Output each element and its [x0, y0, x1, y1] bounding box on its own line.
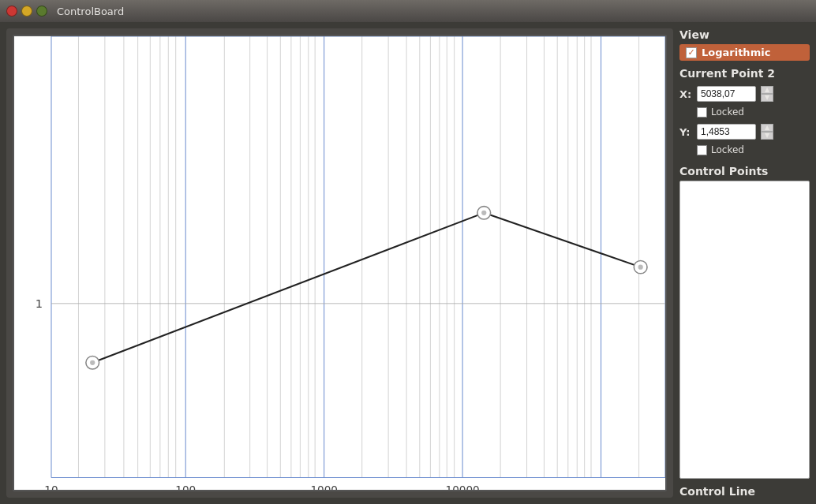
- svg-point-54: [481, 211, 486, 215]
- control-line-section: Control Line: [679, 485, 810, 498]
- view-label: View: [679, 28, 810, 41]
- chart-area[interactable]: 1 10 100 1000 10000: [13, 35, 667, 491]
- logarithmic-option[interactable]: ✓ Logarithmic: [679, 44, 810, 61]
- x-coord-row: X: ▲ ▼: [679, 86, 810, 102]
- minimize-button[interactable]: [21, 6, 32, 17]
- window-controls: [6, 6, 47, 17]
- control-points-list[interactable]: [679, 181, 810, 479]
- logarithmic-label: Logarithmic: [702, 47, 770, 58]
- x-locked-label: Locked: [711, 106, 744, 118]
- x-locked-checkbox[interactable]: [697, 107, 707, 118]
- x-increment-button[interactable]: ▲: [761, 86, 773, 94]
- svg-point-55: [638, 265, 643, 270]
- control-points-section: Control Points: [679, 165, 810, 479]
- chart-svg: 1 10 100 1000 10000: [14, 36, 665, 490]
- x-spinner: ▲ ▼: [761, 86, 773, 102]
- x-decrement-button[interactable]: ▼: [761, 94, 773, 102]
- x-input[interactable]: [697, 86, 756, 102]
- control-points-label: Control Points: [679, 165, 810, 177]
- x-locked-row: Locked: [697, 106, 810, 118]
- y-decrement-button[interactable]: ▼: [761, 132, 773, 140]
- svg-point-53: [90, 360, 95, 365]
- window-title: ControlBoard: [57, 6, 124, 17]
- y-label: Y:: [679, 126, 692, 138]
- control-line-label: Control Line: [679, 485, 810, 498]
- y-locked-label: Locked: [711, 144, 744, 155]
- x-label: X:: [679, 88, 692, 100]
- right-panel: View ✓ Logarithmic Current Point 2 X: ▲ …: [679, 28, 810, 498]
- y-coord-row: Y: ▲ ▼: [679, 124, 810, 140]
- y-locked-checkbox[interactable]: [697, 145, 707, 155]
- svg-text:10: 10: [44, 484, 58, 490]
- svg-text:10000: 10000: [446, 484, 480, 490]
- main-content: 1 10 100 1000 10000: [0, 22, 816, 504]
- chart-panel: 1 10 100 1000 10000: [6, 28, 673, 498]
- y-locked-row: Locked: [697, 144, 810, 155]
- svg-rect-0: [14, 36, 665, 490]
- svg-text:1000: 1000: [310, 484, 338, 490]
- title-bar: ControlBoard: [0, 0, 816, 22]
- view-section: View ✓ Logarithmic: [679, 28, 810, 61]
- current-point-section: Current Point 2 X: ▲ ▼ Locked Y:: [679, 67, 810, 159]
- svg-text:100: 100: [175, 484, 196, 490]
- y-input[interactable]: [697, 124, 756, 140]
- logarithmic-checkbox-icon: ✓: [686, 47, 697, 58]
- close-button[interactable]: [6, 6, 17, 17]
- svg-text:1: 1: [36, 297, 43, 310]
- maximize-button[interactable]: [36, 6, 47, 17]
- current-point-label: Current Point 2: [679, 67, 810, 80]
- y-spinner: ▲ ▼: [761, 124, 773, 140]
- y-increment-button[interactable]: ▲: [761, 124, 773, 132]
